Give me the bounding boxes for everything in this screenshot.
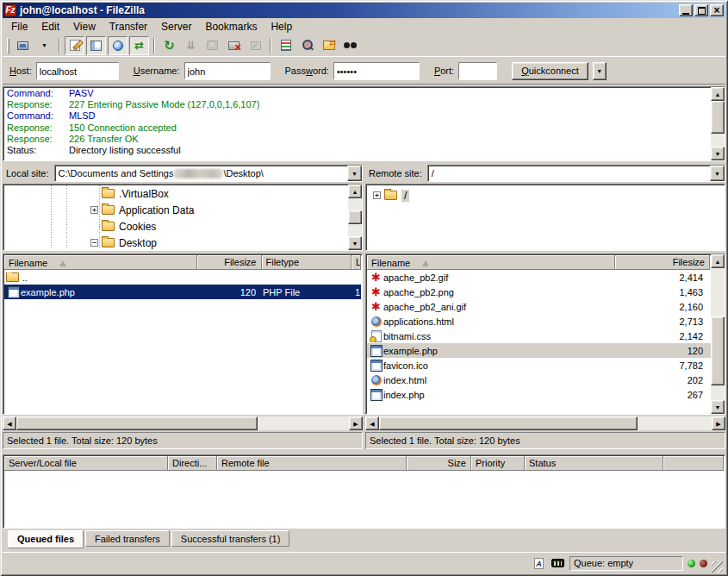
file-row[interactable]: favicon.ico 7,782 xyxy=(367,358,724,373)
remote-site-dropdown-button[interactable]: ▼ xyxy=(710,166,725,181)
scrollbar-thumb[interactable] xyxy=(379,416,638,430)
tab-successful-transfers[interactable]: Successful transfers (1) xyxy=(171,530,290,547)
remote-site-combobox[interactable]: / ▼ xyxy=(427,165,725,182)
scroll-up-button[interactable]: ▲ xyxy=(348,185,362,198)
tree-item-virtualbox[interactable]: .VirtualBox xyxy=(90,185,169,202)
speed-limit-button[interactable] xyxy=(551,556,565,570)
scroll-down-button[interactable]: ▼ xyxy=(711,400,725,414)
scroll-left-button[interactable]: ◀ xyxy=(3,416,16,430)
expand-icon[interactable]: + xyxy=(90,206,98,214)
username-input[interactable] xyxy=(185,63,270,80)
local-horizontal-scrollbar[interactable]: ◀ ▶ xyxy=(3,416,363,430)
site-manager-dropdown-button[interactable]: ▼ xyxy=(34,36,54,55)
toggle-message-log-button[interactable] xyxy=(65,36,84,55)
scroll-up-button[interactable]: ▲ xyxy=(711,87,725,101)
site-manager-button[interactable] xyxy=(13,36,33,55)
toggle-local-tree-button[interactable] xyxy=(86,36,106,55)
host-label: Host: xyxy=(9,66,32,76)
menu-view[interactable]: View xyxy=(66,19,103,34)
column-header-size[interactable]: Size xyxy=(407,456,471,471)
tree-item-root[interactable]: + / xyxy=(373,187,409,203)
local-tree-scrollbar[interactable]: ▲ ▼ xyxy=(348,185,362,250)
column-header-last-modified[interactable]: L xyxy=(352,255,361,270)
maximize-button[interactable] xyxy=(694,4,708,16)
tab-queued-files[interactable]: Queued files xyxy=(8,530,84,548)
refresh-button[interactable]: ↻ xyxy=(159,36,179,55)
close-button[interactable]: × xyxy=(710,4,724,16)
quickconnect-dropdown-button[interactable]: ▼ xyxy=(593,62,607,80)
menu-bookmarks[interactable]: Bookmarks xyxy=(198,19,264,34)
menu-transfer[interactable]: Transfer xyxy=(103,19,154,34)
tab-failed-transfers[interactable]: Failed transfers xyxy=(85,530,170,547)
file-row-selected[interactable]: example.php 120 xyxy=(367,343,724,358)
datatype-indicator-button[interactable]: A xyxy=(532,556,546,570)
column-header-status[interactable]: Status xyxy=(525,456,663,471)
scrollbar-thumb[interactable] xyxy=(16,416,258,430)
log-vertical-scrollbar[interactable]: ▲ ▼ xyxy=(711,87,725,160)
column-header-direction[interactable]: Directi... xyxy=(168,456,217,471)
menu-file[interactable]: File xyxy=(4,19,34,34)
host-input[interactable] xyxy=(37,63,118,80)
file-row[interactable]: apache_pb2.gif 2,414 xyxy=(367,270,724,285)
scroll-up-button[interactable]: ▲ xyxy=(711,254,725,268)
column-header-filesize[interactable]: Filesize xyxy=(197,255,262,270)
toolbar-grip[interactable] xyxy=(7,38,9,53)
password-input[interactable] xyxy=(334,63,419,80)
collapse-icon[interactable]: − xyxy=(90,239,98,247)
folder-icon xyxy=(102,189,115,198)
directory-comparison-button[interactable] xyxy=(297,36,317,55)
column-header-filesize[interactable]: Filesize xyxy=(615,255,710,270)
file-row-parent-dir[interactable]: .. xyxy=(4,270,361,285)
file-row[interactable]: apache_pb2_ani.gif 2,160 xyxy=(367,299,724,314)
process-queue-button[interactable]: ⇊ xyxy=(181,36,201,55)
file-row[interactable]: applications.html 2,713 xyxy=(367,314,724,329)
scroll-down-button[interactable]: ▼ xyxy=(711,147,725,160)
menu-server[interactable]: Server xyxy=(154,19,198,34)
menu-edit[interactable]: Edit xyxy=(34,19,66,34)
synchronized-browsing-button[interactable] xyxy=(319,36,339,55)
directory-filters-button[interactable] xyxy=(276,36,296,55)
minimize-button[interactable] xyxy=(679,4,693,16)
remote-horizontal-scrollbar[interactable]: ◀ ▶ xyxy=(365,416,725,430)
toggle-remote-tree-button[interactable] xyxy=(108,36,128,55)
scroll-right-button[interactable]: ▶ xyxy=(712,416,725,430)
scrollbar-thumb[interactable] xyxy=(711,101,725,134)
column-header-remote-file[interactable]: Remote file xyxy=(217,456,407,471)
scroll-left-button[interactable]: ◀ xyxy=(365,416,379,430)
reconnect-button[interactable]: ✓ xyxy=(246,36,265,55)
filezilla-app-icon[interactable]: Fz xyxy=(4,4,16,16)
remote-list-scrollbar[interactable]: ▲ ▼ xyxy=(711,254,725,414)
port-input[interactable] xyxy=(459,63,496,80)
column-header-priority[interactable]: Priority xyxy=(471,456,525,471)
resize-grip[interactable] xyxy=(712,561,723,573)
scrollbar-thumb[interactable] xyxy=(348,210,362,224)
column-header-filename[interactable]: Filename xyxy=(367,255,615,270)
local-site-combobox[interactable]: C:\Documents and Settings\Desktop\ ▼ xyxy=(54,165,363,182)
file-row[interactable]: apache_pb2.png 1,463 xyxy=(367,285,724,299)
toggle-queue-button[interactable]: ⇄ xyxy=(129,36,149,55)
close-icon: × xyxy=(713,6,719,15)
tree-item-desktop[interactable]: − Desktop xyxy=(90,235,157,251)
log-line: Response:150 Connection accepted xyxy=(5,122,709,134)
ico-file-icon xyxy=(369,360,383,372)
expand-icon[interactable]: + xyxy=(373,191,381,199)
column-header-filename[interactable]: Filename xyxy=(4,255,197,270)
find-files-button[interactable] xyxy=(340,36,360,55)
column-header-filetype[interactable]: Filetype xyxy=(262,255,352,270)
scroll-down-button[interactable]: ▼ xyxy=(348,236,362,250)
disconnect-button[interactable] xyxy=(224,36,244,55)
menu-help[interactable]: Help xyxy=(264,19,299,34)
quickconnect-button[interactable]: Quickconnect xyxy=(512,62,588,80)
file-row-example-php[interactable]: example.php 120 PHP File 1 xyxy=(4,285,361,299)
scrollbar-thumb[interactable] xyxy=(711,316,725,385)
column-header-server-local-file[interactable]: Server/Local file xyxy=(4,456,168,471)
local-site-dropdown-button[interactable]: ▼ xyxy=(347,166,362,181)
cancel-button[interactable]: × xyxy=(202,36,222,55)
tree-item-application-data[interactable]: + Application Data xyxy=(90,202,194,218)
file-row[interactable]: index.html 202 xyxy=(367,373,724,387)
file-row[interactable]: bitnami.css 2,142 xyxy=(367,329,724,343)
file-row[interactable]: index.php 267 xyxy=(367,387,724,402)
scroll-right-button[interactable]: ▶ xyxy=(349,416,363,430)
tree-item-cookies[interactable]: Cookies xyxy=(90,218,156,235)
menu-bar: File Edit View Transfer Server Bookmarks… xyxy=(3,18,725,34)
